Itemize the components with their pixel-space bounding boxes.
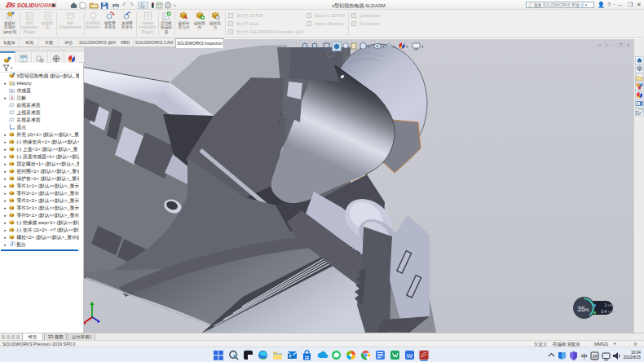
svg-text:拼: 拼 — [592, 354, 598, 360]
svg-text:35%: 35% — [577, 305, 589, 313]
svg-text:中: 中 — [581, 353, 588, 360]
svg-text:▾: ▾ — [393, 44, 395, 49]
svg-text:W: W — [407, 352, 413, 360]
svg-text:▾: ▾ — [368, 44, 370, 49]
svg-text:A: A — [11, 95, 14, 100]
svg-text:▾: ▾ — [382, 44, 385, 49]
svg-text:▾: ▾ — [406, 44, 408, 49]
svg-text:▾: ▾ — [421, 44, 424, 49]
